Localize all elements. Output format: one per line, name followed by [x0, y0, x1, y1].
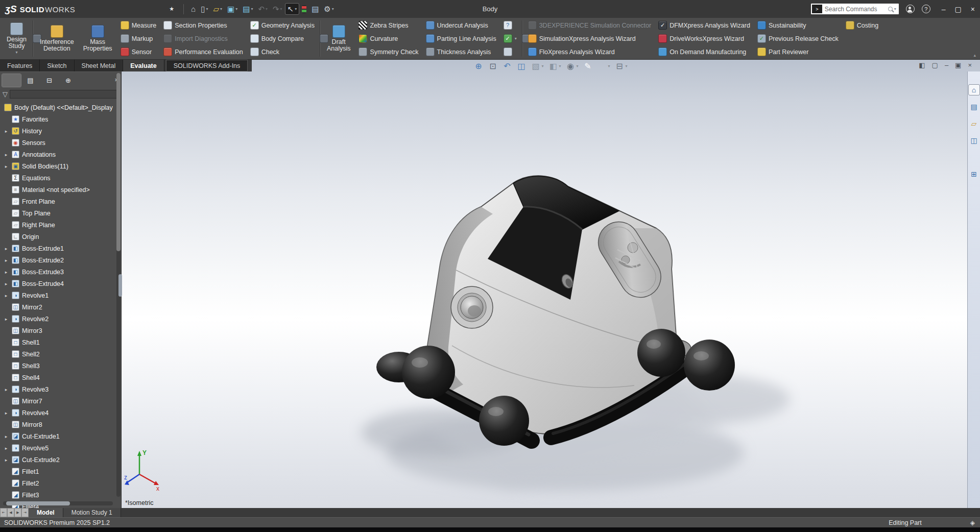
tree-item-cut-extrude2[interactable]: ▸ ◪ Cut-Extrude2: [0, 454, 121, 466]
tree-item-favorites[interactable]: ▸ ★ Favorites: [0, 113, 121, 125]
scroll-first-button[interactable]: ⇤: [0, 508, 7, 517]
view-orientation-button[interactable]: ▧ ▾: [531, 61, 543, 71]
menu-window[interactable]: [156, 7, 167, 11]
view-settings-button[interactable]: ⊟ ▾: [615, 61, 628, 71]
undo-button[interactable]: ↶ ▾: [256, 4, 270, 14]
performance-evaluation-button[interactable]: Performance Evaluation ▾: [160, 47, 246, 56]
tree-item-material[interactable]: ▸ ≡ Material <not specified>: [0, 184, 121, 196]
home-tab[interactable]: ⌂: [969, 85, 979, 95]
rebuild-button[interactable]: ▾: [300, 4, 308, 15]
options-button[interactable]: ⚙ ▾: [322, 4, 336, 14]
filter-input[interactable]: [10, 90, 118, 99]
3dexperience-simulation-connector-button[interactable]: 3DEXPERIENCE Simulation Connector ▾: [524, 21, 655, 30]
collapse-ribbon-icon[interactable]: ▴: [973, 53, 976, 58]
filter-funnel-icon[interactable]: ▽: [3, 90, 8, 98]
float-pane-button[interactable]: ▢: [932, 62, 938, 68]
geometry-analysis-button[interactable]: ✓ Geometry Analysis ▾: [247, 21, 318, 30]
tree-item-history[interactable]: ▸ ↺ History: [0, 125, 121, 137]
view-palette-tab[interactable]: ◫: [969, 135, 979, 146]
redo-button[interactable]: ↷ ▾: [271, 4, 284, 14]
close-document-button[interactable]: ×: [968, 62, 972, 68]
expand-arrow-icon[interactable]: ▸: [3, 152, 9, 157]
group-separator[interactable]: ▾: [320, 20, 321, 57]
section-properties-button[interactable]: Section Properties ▾: [160, 21, 246, 30]
tree-item-shell3[interactable]: ▸ □ Shell3: [0, 360, 121, 372]
tree-item-shell1[interactable]: ▸ □ Shell1: [0, 336, 121, 348]
design-library-tab[interactable]: ▤: [969, 102, 979, 112]
taskbar-app-icon-1[interactable]: [462, 528, 468, 532]
motion-study-tab[interactable]: Motion Study 1: [63, 508, 121, 517]
tab-solidworks-add-ins[interactable]: SOLIDWORKS Add-Ins: [166, 60, 248, 71]
tree-item-mirror2[interactable]: ▸ ◫ Mirror2: [0, 301, 121, 313]
tree-item-top-plane[interactable]: ▸ ▱ Top Plane: [0, 207, 121, 219]
account-icon[interactable]: [906, 5, 915, 13]
expand-arrow-icon[interactable]: ▸: [3, 293, 9, 298]
part-reviewer-button[interactable]: Part Reviewer ▾: [754, 47, 842, 56]
panel-splitter-handle[interactable]: [118, 274, 122, 297]
scrollbar-thumb[interactable]: [6, 501, 70, 505]
search-input[interactable]: [822, 6, 888, 13]
dfmxpress-wizard-button[interactable]: ✓ DFMXpress Analysis Wizard ▾: [655, 21, 754, 30]
tree-item-mirror7[interactable]: ▸ ◫ Mirror7: [0, 395, 121, 407]
tree-item-shell4[interactable]: ▸ □ Shell4: [0, 372, 121, 383]
tree-item-boss-extrude3[interactable]: ▸ ◧ Boss-Extrude3: [0, 266, 121, 278]
check-active-document-button[interactable]: ? ▾: [500, 21, 520, 30]
scroll-next-button[interactable]: ▶: [14, 508, 21, 517]
restore-window-button[interactable]: ▢: [955, 6, 962, 13]
tree-item-fillet2[interactable]: ▸ ◢ Fillet2: [0, 477, 121, 489]
markup-button[interactable]: Markup ▾: [117, 34, 160, 43]
simulationxpress-wizard-button[interactable]: SimulationXpress Analysis Wizard ▾: [524, 34, 655, 43]
tree-item-front-plane[interactable]: ▸ ▱ Front Plane: [0, 196, 121, 207]
curvature-button[interactable]: Curvature ▾: [355, 34, 422, 43]
new-document-button[interactable]: ▯ ▾: [199, 4, 210, 14]
floxpress-wizard-button[interactable]: FloXpress Analysis Wizard ▾: [524, 47, 655, 56]
custom-properties-tab[interactable]: ⊞: [969, 169, 979, 179]
expand-arrow-icon[interactable]: ▸: [3, 270, 9, 275]
zebra-stripes-button[interactable]: Zebra Stripes ▾: [355, 21, 422, 30]
menu-edit[interactable]: [103, 7, 114, 11]
file-explorer-tab[interactable]: ▱: [969, 118, 979, 129]
pin-menu-icon[interactable]: ★: [169, 6, 174, 12]
on-demand-manufacturing-button[interactable]: On Demand Manufacturing ▾: [655, 47, 754, 56]
display-style-button[interactable]: ◧ ▾: [548, 61, 561, 71]
expand-arrow-icon[interactable]: ▸: [3, 387, 9, 392]
minimize-document-button[interactable]: –: [945, 62, 948, 68]
file-properties-button[interactable]: ▤ ▾: [309, 4, 321, 14]
tree-item-shell2[interactable]: ▸ □ Shell2: [0, 348, 121, 360]
taskbar-app-icon-2[interactable]: [479, 528, 485, 532]
hide-show-items-button[interactable]: ◉ ▾: [565, 61, 578, 71]
design-checker-button[interactable]: ✓ ▾: [500, 34, 520, 43]
costing-button[interactable]: Costing ▾: [842, 21, 882, 30]
taskbar-app-icon-4[interactable]: [512, 528, 519, 532]
previous-release-check-button[interactable]: ✓ Previous Release Check ▾: [754, 34, 842, 43]
tree-item-revolve3[interactable]: ▸ ◑ Revolve3: [0, 383, 121, 395]
tree-item-origin[interactable]: ▸ ∟ Origin: [0, 231, 121, 243]
tree-item-right-plane[interactable]: ▸ ▱ Right Plane: [0, 219, 121, 231]
model-3d[interactable]: [121, 60, 967, 508]
search-dropdown-icon[interactable]: ▾: [894, 7, 896, 11]
tree-item-revolve1[interactable]: ▸ ◑ Revolve1: [0, 289, 121, 301]
tree-item-sensors[interactable]: ▸ ◉ Sensors: [0, 137, 121, 149]
menu-view[interactable]: [116, 7, 127, 11]
check-button[interactable]: Check ▾: [247, 47, 318, 56]
mass-properties-button[interactable]: Mass Properties ▾: [79, 19, 117, 58]
expand-arrow-icon[interactable]: ▸: [3, 281, 9, 286]
previous-view-button[interactable]: ↶ ▾: [502, 61, 512, 71]
tree-item-fillet1[interactable]: ▸ ◢ Fillet1: [0, 466, 121, 477]
tree-item-body[interactable]: ▸ Body (Default) <<Default>_Display: [0, 102, 121, 113]
expand-arrow-icon[interactable]: ▸: [3, 317, 9, 322]
parting-line-analysis-button[interactable]: Parting Line Analysis ▾: [422, 34, 500, 43]
close-window-button[interactable]: ×: [971, 6, 975, 13]
tree-item-solid-bodies[interactable]: ▸ ▣ Solid Bodies(11): [0, 160, 121, 172]
minimize-window-button[interactable]: –: [942, 6, 946, 13]
group-separator[interactable]: ▾: [33, 20, 34, 57]
tree-item-revolve4[interactable]: ▸ ◑ Revolve4: [0, 407, 121, 419]
interference-detection-button[interactable]: Interference Detection ▾: [35, 19, 79, 58]
expand-arrow-icon[interactable]: ▸: [3, 258, 9, 263]
tree-item-revolve2[interactable]: ▸ ◑ Revolve2: [0, 313, 121, 325]
driveworksxpress-wizard-button[interactable]: DriveWorksXpress Wizard ▾: [655, 34, 754, 43]
group-separator[interactable]: ▾: [522, 20, 523, 57]
expand-arrow-icon[interactable]: ▸: [3, 434, 9, 439]
status-units-icon[interactable]: ◈: [970, 519, 975, 526]
tree-item-equations[interactable]: ▸ Σ Equations: [0, 172, 121, 184]
